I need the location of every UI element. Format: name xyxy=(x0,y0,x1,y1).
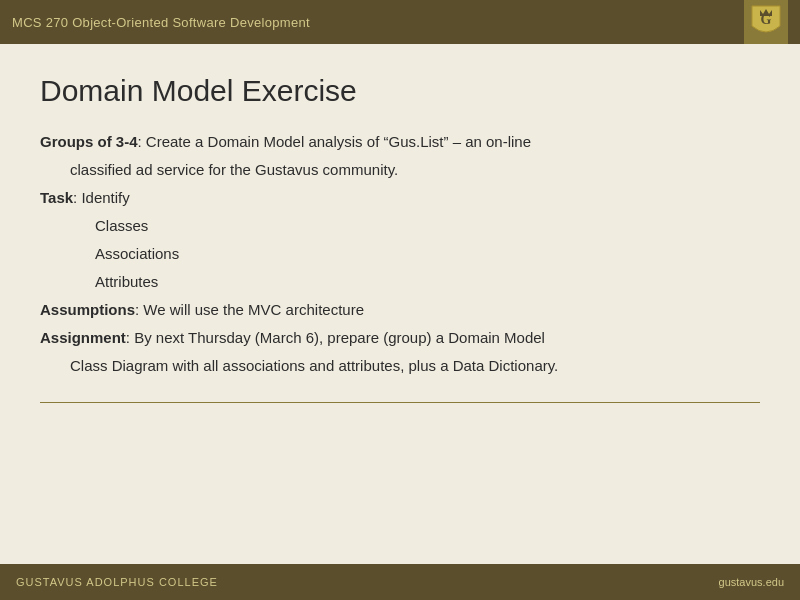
assignment-line2: Class Diagram with all associations and … xyxy=(70,354,760,378)
main-content: Domain Model Exercise Groups of 3-4: Cre… xyxy=(0,44,800,402)
header-title: MCS 270 Object-Oriented Software Develop… xyxy=(12,15,310,30)
slide-title: Domain Model Exercise xyxy=(40,74,760,108)
assignment-text: : By next Thursday (March 6), prepare (g… xyxy=(126,329,545,346)
classes-item: Classes xyxy=(95,214,760,238)
task-text: : Identify xyxy=(73,189,130,206)
assignment-paragraph: Assignment: By next Thursday (March 6), … xyxy=(40,326,760,350)
gustavus-logo-icon: G xyxy=(750,4,782,40)
footer-bar: GUSTAVUS ADOLPHUS COLLEGE gustavus.edu xyxy=(0,564,800,600)
associations-item: Associations xyxy=(95,242,760,266)
divider-line xyxy=(40,402,760,403)
header-bar: MCS 270 Object-Oriented Software Develop… xyxy=(0,0,800,44)
groups-text: : Create a Domain Model analysis of “Gus… xyxy=(138,133,532,150)
groups-label: Groups of 3-4 xyxy=(40,133,138,150)
logo-container: G xyxy=(744,0,788,44)
task-paragraph: Task: Identify xyxy=(40,186,760,210)
assignment-label: Assignment xyxy=(40,329,126,346)
footer-college: GUSTAVUS ADOLPHUS COLLEGE xyxy=(16,576,218,588)
attributes-item: Attributes xyxy=(95,270,760,294)
assumptions-paragraph: Assumptions: We will use the MVC archite… xyxy=(40,298,760,322)
task-label: Task xyxy=(40,189,73,206)
groups-line2: classified ad service for the Gustavus c… xyxy=(70,158,760,182)
groups-paragraph: Groups of 3-4: Create a Domain Model ana… xyxy=(40,130,760,154)
assumptions-text: : We will use the MVC architecture xyxy=(135,301,364,318)
footer-website: gustavus.edu xyxy=(719,576,784,588)
content-block: Groups of 3-4: Create a Domain Model ana… xyxy=(40,130,760,378)
assumptions-label: Assumptions xyxy=(40,301,135,318)
